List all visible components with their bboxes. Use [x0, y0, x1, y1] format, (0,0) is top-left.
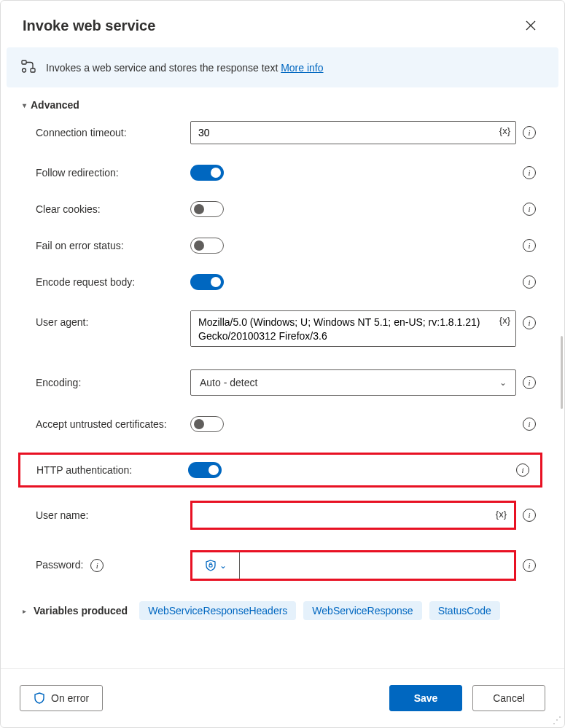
- invoke-web-service-dialog: Invoke web service Invokes a web service…: [0, 0, 565, 728]
- label-encoding: Encoding:: [23, 377, 190, 388]
- label-fail-on-error: Fail on error status:: [23, 240, 190, 251]
- input-username[interactable]: [194, 504, 513, 526]
- label-http-auth: HTTP authentication:: [20, 464, 188, 476]
- on-error-button[interactable]: On error: [20, 685, 103, 711]
- info-icon: i: [516, 463, 529, 477]
- row-accept-untrusted: Accept untrusted certificates: i: [23, 416, 542, 432]
- banner-desc: Invokes a web service and stores the res…: [46, 62, 281, 74]
- info-connection-timeout[interactable]: i: [516, 126, 542, 139]
- label-follow-redirection: Follow redirection:: [23, 167, 190, 179]
- scrollbar[interactable]: [561, 336, 563, 409]
- svg-rect-0: [22, 60, 26, 64]
- toggle-fail-on-error[interactable]: [190, 238, 224, 254]
- label-encode-body: Encode request body:: [23, 276, 190, 288]
- info-username[interactable]: i: [516, 509, 542, 522]
- label-password-text: Password:: [36, 559, 83, 571]
- resize-grip[interactable]: ⋰: [553, 716, 561, 724]
- info-follow-redirection[interactable]: i: [516, 166, 542, 179]
- select-encoding-value: Auto - detect: [200, 377, 257, 388]
- info-icon: i: [523, 126, 536, 139]
- lock-shield-icon: [205, 560, 217, 571]
- input-password[interactable]: [239, 552, 514, 579]
- info-http-auth[interactable]: i: [510, 463, 536, 477]
- close-icon: [526, 20, 536, 31]
- shield-icon: [34, 692, 45, 704]
- info-icon: i: [523, 418, 536, 431]
- toggle-clear-cookies[interactable]: [190, 201, 224, 217]
- label-username: User name:: [23, 509, 190, 521]
- advanced-label: Advanced: [31, 99, 79, 111]
- chip-webserviceresponse[interactable]: WebServiceResponse: [303, 601, 421, 620]
- toggle-follow-redirection[interactable]: [190, 165, 224, 181]
- chevron-down-icon: ⌄: [499, 377, 507, 388]
- password-type-picker[interactable]: ⌄: [192, 552, 239, 579]
- row-encode-body: Encode request body: i: [23, 274, 542, 290]
- dialog-body: ▾ Advanced Connection timeout: {x} i Fol…: [1, 95, 564, 668]
- row-clear-cookies: Clear cookies: i: [23, 201, 542, 217]
- info-accept-untrusted[interactable]: i: [516, 418, 542, 431]
- variables-produced-label: Variables produced: [34, 605, 128, 617]
- close-button[interactable]: [519, 14, 542, 37]
- info-password[interactable]: i: [516, 559, 542, 572]
- info-icon: i: [523, 509, 536, 522]
- chevron-right-icon[interactable]: ▸: [23, 607, 26, 615]
- chevron-down-icon: ⌄: [219, 560, 227, 571]
- info-encode-body[interactable]: i: [516, 275, 542, 289]
- save-label: Save: [414, 692, 438, 704]
- flow-icon: [21, 59, 36, 76]
- row-password: Password: i ⌄ i: [23, 550, 542, 581]
- row-http-auth: HTTP authentication: i: [18, 453, 542, 488]
- toggle-encode-body[interactable]: [190, 274, 224, 290]
- dialog-footer: On error Save Cancel: [1, 668, 564, 727]
- input-user-agent[interactable]: [190, 310, 516, 347]
- chip-statuscode[interactable]: StatusCode: [429, 601, 500, 620]
- toggle-accept-untrusted[interactable]: [190, 416, 224, 432]
- on-error-label: On error: [51, 692, 89, 704]
- svg-point-2: [23, 69, 26, 72]
- row-username: User name: {x} i: [23, 501, 542, 530]
- row-connection-timeout: Connection timeout: {x} i: [23, 121, 542, 144]
- info-icon: i: [523, 316, 536, 329]
- info-banner: Invokes a web service and stores the res…: [7, 47, 558, 87]
- more-info-link[interactable]: More info: [281, 62, 323, 74]
- variable-picker-icon[interactable]: {x}: [499, 315, 510, 326]
- chip-webserviceresponseheaders[interactable]: WebServiceResponseHeaders: [139, 601, 296, 620]
- info-icon: i: [523, 275, 536, 289]
- select-encoding[interactable]: Auto - detect ⌄: [190, 369, 516, 396]
- cancel-label: Cancel: [493, 692, 525, 704]
- label-user-agent: User agent:: [23, 310, 190, 328]
- advanced-section-toggle[interactable]: ▾ Advanced: [23, 99, 542, 111]
- info-encoding[interactable]: i: [516, 376, 542, 389]
- variables-produced-row: ▸ Variables produced WebServiceResponseH…: [23, 601, 542, 620]
- label-connection-timeout: Connection timeout:: [23, 127, 190, 138]
- chevron-down-icon: ▾: [23, 101, 26, 109]
- info-password-label[interactable]: i: [90, 559, 104, 572]
- dialog-header: Invoke web service: [1, 1, 564, 44]
- dialog-title: Invoke web service: [23, 17, 155, 34]
- row-fail-on-error: Fail on error status: i: [23, 238, 542, 254]
- label-clear-cookies: Clear cookies:: [23, 203, 190, 215]
- row-user-agent: User agent: {x} i: [23, 310, 542, 349]
- info-icon: i: [523, 239, 536, 252]
- svg-rect-3: [209, 565, 212, 568]
- label-accept-untrusted: Accept untrusted certificates:: [23, 418, 190, 430]
- row-follow-redirection: Follow redirection: i: [23, 165, 542, 181]
- info-icon: i: [523, 166, 536, 179]
- info-user-agent[interactable]: i: [516, 310, 542, 329]
- info-icon: i: [523, 376, 536, 389]
- row-encoding: Encoding: Auto - detect ⌄ i: [23, 369, 542, 396]
- label-password: Password: i: [23, 559, 190, 572]
- input-connection-timeout[interactable]: [190, 121, 516, 144]
- info-clear-cookies[interactable]: i: [516, 203, 542, 216]
- info-icon: i: [523, 559, 536, 572]
- info-icon: i: [90, 559, 104, 572]
- cancel-button[interactable]: Cancel: [472, 685, 545, 711]
- variable-picker-icon[interactable]: {x}: [499, 125, 510, 136]
- variable-picker-icon[interactable]: {x}: [496, 509, 507, 520]
- banner-text: Invokes a web service and stores the res…: [46, 62, 324, 74]
- toggle-http-auth[interactable]: [188, 462, 222, 478]
- save-button[interactable]: Save: [389, 685, 462, 711]
- info-fail-on-error[interactable]: i: [516, 239, 542, 252]
- info-icon: i: [523, 203, 536, 216]
- svg-rect-1: [31, 69, 35, 72]
